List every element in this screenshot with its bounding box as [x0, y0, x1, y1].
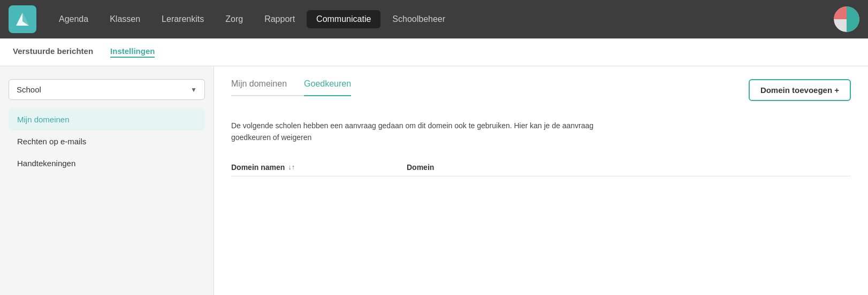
sub-nav: Verstuurde berichten Instellingen	[0, 38, 868, 66]
school-dropdown-label: School	[17, 85, 41, 94]
tab-mijn-domeinen[interactable]: Mijn domeinen	[231, 79, 287, 95]
nav-zorg[interactable]: Zorg	[216, 10, 253, 28]
content-area: Mijn domeinen Goedkeuren Domein toevoege…	[214, 66, 868, 295]
chevron-down-icon: ▼	[191, 86, 197, 94]
sort-icon[interactable]: ↓↑	[288, 163, 295, 171]
sub-nav-instellingen[interactable]: Instellingen	[110, 46, 155, 58]
column-domein: Domein	[407, 163, 471, 172]
nav-rapport[interactable]: Rapport	[255, 10, 304, 28]
nav-communicatie[interactable]: Communicatie	[307, 10, 380, 28]
sub-nav-verstuurde-berichten[interactable]: Verstuurde berichten	[13, 46, 93, 58]
app-logo[interactable]	[9, 5, 36, 33]
column-domein-label: Domein	[407, 163, 434, 172]
nav-klassen[interactable]: Klassen	[100, 10, 150, 28]
school-dropdown[interactable]: School ▼	[9, 79, 205, 100]
description-text: De volgende scholen hebben een aanvraag …	[231, 120, 606, 144]
sidebar-item-mijn-domeinen[interactable]: Mijn domeinen	[9, 108, 205, 130]
content-tabs: Mijn domeinen Goedkeuren	[231, 79, 351, 96]
avatar[interactable]	[834, 6, 859, 32]
tab-goedkeuren[interactable]: Goedkeuren	[304, 79, 351, 96]
add-domain-button[interactable]: Domein toevoegen +	[749, 79, 851, 101]
sidebar-item-rechten-op-emails[interactable]: Rechten op e-mails	[9, 130, 205, 152]
sidebar-item-handtekeningen[interactable]: Handtekeningen	[9, 152, 205, 174]
column-domein-namen: Domein namen ↓↑	[231, 163, 381, 172]
nav-agenda[interactable]: Agenda	[49, 10, 98, 28]
top-nav: Agenda Klassen Lerarenkits Zorg Rapport …	[0, 0, 868, 38]
nav-lerarenkits[interactable]: Lerarenkits	[152, 10, 214, 28]
main-container: School ▼ Mijn domeinen Rechten op e-mail…	[0, 66, 868, 295]
table-header: Domein namen ↓↑ Domein	[231, 159, 851, 176]
nav-items: Agenda Klassen Lerarenkits Zorg Rapport …	[49, 10, 834, 28]
sidebar: School ▼ Mijn domeinen Rechten op e-mail…	[0, 66, 214, 295]
nav-schoolbeheer[interactable]: Schoolbeheer	[383, 10, 455, 28]
content-header: Mijn domeinen Goedkeuren Domein toevoege…	[231, 79, 851, 109]
sidebar-menu: Mijn domeinen Rechten op e-mails Handtek…	[9, 108, 205, 174]
column-domein-namen-label: Domein namen	[231, 163, 285, 172]
